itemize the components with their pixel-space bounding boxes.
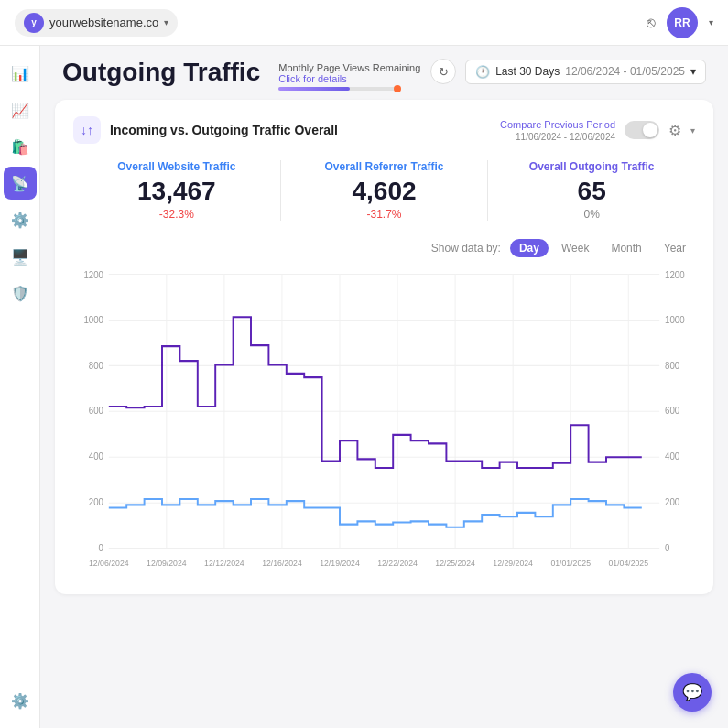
chart-container: 1200 1000 800 600 400 200 0 1200 1000 80… [73,266,695,578]
stat-referrer-value: 4,602 [281,177,488,206]
date-range-value: 12/06/2024 - 01/05/2025 [565,65,685,78]
orange-dot-indicator [394,85,401,92]
traffic-chart: 1200 1000 800 600 400 200 0 1200 1000 80… [73,266,695,578]
card-title-row: ↓↑ Incoming vs. Outgoing Traffic Overall [73,116,338,144]
top-bar-right: ⎋ RR ▾ [647,7,713,38]
stat-website-label: Overall Website Traffic [73,160,280,173]
sidebar-item-analytics[interactable]: 📊 [4,57,37,90]
stat-referrer-traffic: Overall Referrer Traffic 4,602 -31.7% [281,160,488,221]
monthly-progress-bar [278,87,397,91]
site-selector[interactable]: y yourwebsitename.co ▾ [15,9,178,37]
data-by-day[interactable]: Day [510,239,549,257]
data-by-label: Show data by: [431,242,501,255]
svg-text:01/04/2025: 01/04/2025 [608,559,648,568]
date-range-label: Last 30 Days [495,65,560,78]
main-layout: 📊 📈 🛍️ 📡 ⚙️ 🖥️ 🛡️ ⚙️ Outgoing Traffic Mo… [0,46,728,728]
compare-toggle[interactable] [625,121,659,139]
svg-text:12/06/2024: 12/06/2024 [89,559,129,568]
sidebar-item-shield[interactable]: 🛡️ [4,277,37,310]
svg-text:12/29/2024: 12/29/2024 [493,559,533,568]
chat-bubble[interactable]: 💬 [673,673,712,712]
calendar-icon: 🕐 [475,65,490,79]
refresh-button[interactable]: ↻ [430,59,456,84]
stat-outgoing-change: 0% [488,208,695,221]
compare-section: Compare Previous Period 11/06/2024 - 12/… [500,119,615,142]
svg-text:1200: 1200 [665,269,685,279]
compare-label: Compare Previous Period [500,119,615,130]
data-by-row: Show data by: Day Week Month Year [73,239,695,257]
svg-text:1000: 1000 [665,314,685,324]
svg-text:400: 400 [665,451,679,462]
site-avatar: y [24,13,44,33]
sidebar-item-shop[interactable]: 🛍️ [4,130,37,163]
sidebar-item-gear[interactable]: ⚙️ [4,684,37,717]
site-name: yourwebsitename.co [49,16,158,29]
card-header: ↓↑ Incoming vs. Outgoing Traffic Overall… [73,116,695,144]
svg-text:12/12/2024: 12/12/2024 [204,559,244,568]
purple-line [109,317,642,468]
sidebar: 📊 📈 🛍️ 📡 ⚙️ 🖥️ 🛡️ ⚙️ [0,46,40,728]
svg-text:0: 0 [99,543,104,553]
svg-text:12/09/2024: 12/09/2024 [147,559,187,568]
data-by-month[interactable]: Month [602,239,650,257]
data-by-year[interactable]: Year [655,239,695,257]
stat-website-change: -32.3% [73,208,280,221]
svg-text:12/25/2024: 12/25/2024 [435,559,475,568]
stat-outgoing-traffic: Overall Outgoing Traffic 65 0% [488,160,695,221]
compare-date: 11/06/2024 - 12/06/2024 [516,132,615,142]
top-bar: y yourwebsitename.co ▾ ⎋ RR ▾ [0,0,728,46]
chevron-down-icon: ▾ [164,17,168,27]
svg-text:600: 600 [665,406,679,416]
stat-website-value: 13,467 [73,177,280,206]
page-header-right: ↻ 🕐 Last 30 Days 12/06/2024 - 01/05/2025… [430,59,706,84]
date-range-chevron: ▾ [690,65,696,78]
card-header-right: Compare Previous Period 11/06/2024 - 12/… [500,119,695,142]
content-area: Outgoing Traffic Monthly Page Views Rema… [40,46,728,728]
svg-text:0: 0 [665,543,670,553]
svg-text:12/16/2024: 12/16/2024 [262,559,302,568]
card-title: Incoming vs. Outgoing Traffic Overall [110,123,338,137]
data-by-week[interactable]: Week [552,239,598,257]
stat-website-traffic: Overall Website Traffic 13,467 -32.3% [73,160,280,221]
page-header: Outgoing Traffic Monthly Page Views Rema… [40,46,728,100]
page-header-left: Outgoing Traffic Monthly Page Views Rema… [62,59,420,91]
svg-text:200: 200 [665,497,679,507]
filter-icon[interactable]: ⚙ [668,122,681,139]
stats-row: Overall Website Traffic 13,467 -32.3% Ov… [73,160,695,221]
svg-text:1000: 1000 [83,314,103,324]
stat-referrer-label: Overall Referrer Traffic [281,160,488,173]
stat-outgoing-value: 65 [488,177,695,206]
sidebar-item-settings2[interactable]: ⚙️ [4,203,37,236]
user-menu-chevron: ▾ [709,17,713,27]
svg-text:12/19/2024: 12/19/2024 [320,559,360,568]
svg-text:400: 400 [89,451,103,462]
svg-text:1200: 1200 [83,269,103,279]
date-range-button[interactable]: 🕐 Last 30 Days 12/06/2024 - 01/05/2025 ▾ [465,60,706,84]
svg-text:01/01/2025: 01/01/2025 [550,559,591,568]
monthly-bar-fill [278,87,350,91]
toggle-knob [643,123,657,137]
sidebar-item-monitor[interactable]: 🖥️ [4,240,37,273]
user-avatar[interactable]: RR [667,7,698,38]
filter-chevron: ▾ [690,125,695,136]
stat-outgoing-label: Overall Outgoing Traffic [488,160,695,173]
svg-text:800: 800 [89,360,103,370]
stat-referrer-change: -31.7% [281,208,488,221]
svg-text:200: 200 [89,497,103,507]
svg-text:800: 800 [665,360,679,370]
monthly-sub-link[interactable]: Click for details [278,73,420,84]
sidebar-item-graph[interactable]: 📈 [4,93,37,126]
monthly-label: Monthly Page Views Remaining [278,62,420,73]
svg-text:12/22/2024: 12/22/2024 [377,559,418,568]
page-title: Outgoing Traffic [62,59,260,87]
sidebar-item-traffic[interactable]: 📡 [4,167,37,200]
svg-text:600: 600 [89,406,103,416]
card-icon: ↓↑ [73,116,101,144]
monthly-info: Monthly Page Views Remaining Click for d… [278,62,420,91]
traffic-card: ↓↑ Incoming vs. Outgoing Traffic Overall… [55,100,713,594]
external-link-icon[interactable]: ⎋ [647,15,656,31]
